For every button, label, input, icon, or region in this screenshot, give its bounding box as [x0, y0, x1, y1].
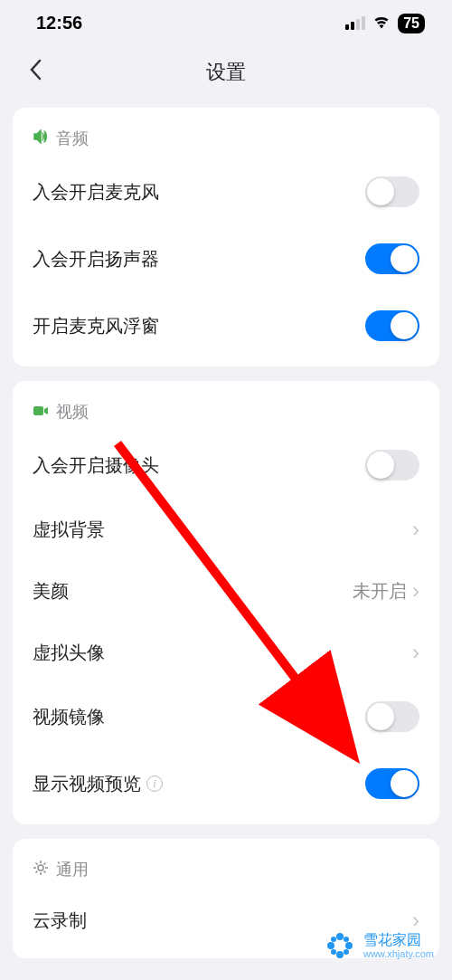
row-camera-on-join: 入会开启摄像头	[13, 432, 439, 499]
row-value: 未开启	[353, 579, 407, 604]
toggle-video-mirror[interactable]	[365, 701, 419, 732]
svg-point-6	[345, 942, 353, 949]
svg-point-10	[331, 949, 336, 955]
row-virtual-bg[interactable]: 虚拟背景 ›	[13, 499, 439, 560]
speaker-icon	[33, 129, 49, 148]
toggle-camera-on-join[interactable]	[365, 450, 419, 480]
svg-point-8	[331, 937, 336, 942]
row-label: 虚拟头像	[33, 641, 105, 665]
row-label: 入会开启摄像头	[33, 453, 159, 478]
chevron-right-icon: ›	[412, 517, 419, 542]
row-beauty[interactable]: 美颜 未开启 ›	[13, 560, 439, 622]
toggle-speaker-on-join[interactable]	[365, 243, 419, 274]
watermark-url: www.xhjaty.com	[363, 948, 434, 959]
watermark-logo-icon	[324, 929, 356, 962]
cellular-signal-icon	[345, 16, 365, 30]
row-label: 云录制	[33, 909, 87, 933]
row-label: 视频镜像	[33, 705, 105, 729]
section-title: 视频	[56, 401, 89, 423]
page-title: 设置	[18, 59, 434, 86]
section-header-general: 通用	[13, 846, 439, 890]
info-icon[interactable]: i	[146, 775, 163, 792]
section-video: 视频 入会开启摄像头 虚拟背景 › 美颜 未开启 › 虚拟头像 › 视频镜像 显…	[13, 381, 439, 824]
row-speaker-on-join: 入会开启扬声器	[13, 225, 439, 292]
watermark-name: 雪花家园	[363, 932, 434, 948]
section-header-audio: 音频	[13, 115, 439, 158]
row-mic-float: 开启麦克风浮窗	[13, 292, 439, 359]
row-label: 开启麦克风浮窗	[33, 314, 159, 338]
toggle-mic-float[interactable]	[365, 310, 419, 341]
svg-point-5	[327, 942, 334, 949]
row-label: 入会开启扬声器	[33, 247, 159, 271]
svg-point-9	[344, 937, 349, 942]
svg-point-7	[336, 951, 344, 958]
toggle-mic-on-join[interactable]	[365, 176, 419, 207]
section-title: 音频	[56, 128, 89, 149]
status-time: 12:56	[36, 13, 82, 33]
battery-indicator: 75	[398, 14, 425, 33]
nav-header: 设置	[0, 41, 452, 108]
gear-icon	[33, 860, 49, 880]
chevron-right-icon: ›	[412, 640, 419, 665]
svg-point-4	[336, 933, 344, 940]
section-audio: 音频 入会开启麦克风 入会开启扬声器 开启麦克风浮窗	[13, 108, 439, 366]
svg-point-1	[38, 865, 43, 871]
section-header-video: 视频	[13, 388, 439, 432]
svg-rect-0	[33, 406, 43, 415]
row-label: 入会开启麦克风	[33, 180, 159, 205]
row-label: 显示视频预览	[33, 772, 141, 796]
row-show-preview: 显示视频预览 i	[13, 750, 439, 817]
toggle-show-preview[interactable]	[365, 768, 419, 799]
status-bar: 12:56 75	[0, 0, 452, 41]
row-label: 美颜	[33, 579, 69, 604]
back-button[interactable]	[29, 58, 42, 87]
watermark: 雪花家园 www.xhjaty.com	[324, 929, 434, 962]
svg-point-11	[344, 949, 349, 955]
row-virtual-avatar[interactable]: 虚拟头像 ›	[13, 622, 439, 683]
wifi-icon	[372, 13, 391, 33]
section-title: 通用	[56, 859, 89, 880]
row-mic-on-join: 入会开启麦克风	[13, 158, 439, 225]
status-indicators: 75	[345, 13, 425, 33]
chevron-right-icon: ›	[412, 578, 419, 604]
row-video-mirror: 视频镜像	[13, 683, 439, 750]
row-label: 虚拟背景	[33, 518, 105, 542]
camera-icon	[33, 403, 49, 422]
